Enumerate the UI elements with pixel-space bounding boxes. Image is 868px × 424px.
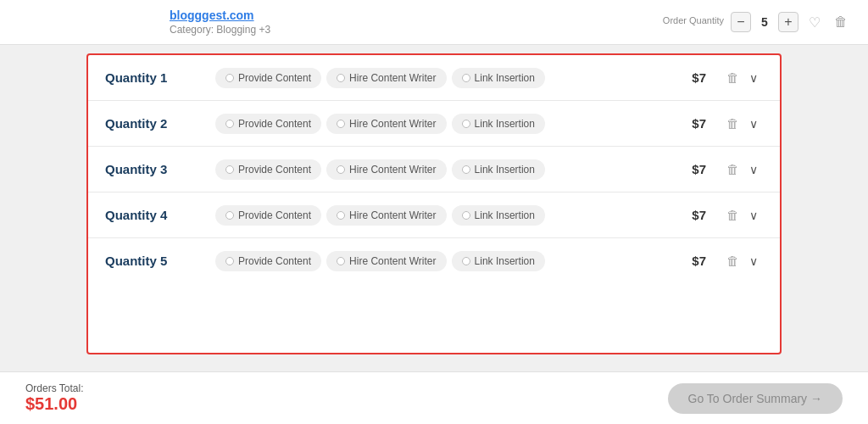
option-tag[interactable]: Provide Content (215, 159, 321, 180)
go-to-order-button[interactable]: Go To Order Summary → (668, 383, 843, 414)
delete-row-button[interactable]: 🗑 (721, 204, 744, 226)
table-row: Quantity 2Provide ContentHire Content Wr… (88, 101, 780, 147)
increment-button[interactable]: + (778, 12, 798, 32)
option-tag[interactable]: Link Insertion (452, 159, 545, 180)
radio-dot-icon (225, 257, 234, 265)
radio-dot-icon (462, 74, 470, 82)
radio-dot-icon (225, 74, 234, 82)
radio-dot-icon (225, 165, 234, 174)
quantity-label: Quantity 2 (105, 116, 198, 131)
expand-row-button[interactable]: ∨ (744, 114, 763, 134)
option-tag[interactable]: Provide Content (215, 68, 321, 88)
radio-dot-icon (337, 257, 345, 265)
price: $7 (681, 116, 706, 131)
radio-dot-icon (225, 211, 234, 220)
delete-row-button[interactable]: 🗑 (721, 159, 744, 180)
option-tag[interactable]: Link Insertion (452, 68, 545, 88)
expand-row-button[interactable]: ∨ (744, 251, 763, 271)
price: $7 (681, 162, 706, 176)
quantity-value: 5 (758, 15, 771, 29)
top-bar: blogggest.com Category: Blogging +3 Orde… (0, 0, 868, 45)
delete-row-button[interactable]: 🗑 (721, 113, 744, 134)
quantity-label: Quantity 5 (105, 254, 198, 268)
main-content: Quantity 1Provide ContentHire Content Wr… (0, 45, 868, 371)
radio-dot-icon (337, 165, 345, 174)
table-row: Quantity 5Provide ContentHire Content Wr… (88, 238, 780, 283)
radio-dot-icon (462, 257, 470, 265)
table-row: Quantity 3Provide ContentHire Content Wr… (88, 147, 780, 192)
option-tags: Provide ContentHire Content WriterLink I… (215, 205, 665, 226)
orders-total-amount: $51.00 (25, 394, 83, 414)
radio-dot-icon (337, 74, 345, 82)
expand-row-button[interactable]: ∨ (744, 159, 763, 180)
expand-row-button[interactable]: ∨ (744, 205, 763, 226)
option-tag[interactable]: Link Insertion (452, 205, 545, 226)
option-tag[interactable]: Provide Content (215, 251, 321, 271)
option-tags: Provide ContentHire Content WriterLink I… (215, 159, 665, 180)
quantity-label: Quantity 3 (105, 162, 198, 176)
option-tag[interactable]: Hire Content Writer (326, 114, 446, 134)
quantity-label: Quantity 1 (105, 70, 198, 85)
option-tags: Provide ContentHire Content WriterLink I… (215, 251, 665, 271)
site-link[interactable]: blogggest.com (170, 8, 270, 22)
option-tags: Provide ContentHire Content WriterLink I… (215, 68, 665, 88)
option-tag[interactable]: Provide Content (215, 205, 321, 226)
expand-row-button[interactable]: ∨ (744, 68, 763, 88)
radio-dot-icon (462, 165, 470, 174)
bottom-bar: Orders Total: $51.00 Go To Order Summary… (0, 371, 868, 424)
quantity-panel: Quantity 1Provide ContentHire Content Wr… (86, 53, 782, 354)
quantity-label: Quantity 4 (105, 208, 198, 222)
radio-dot-icon (462, 120, 470, 128)
decrement-button[interactable]: − (731, 12, 751, 32)
price: $7 (681, 208, 706, 222)
orders-total: Orders Total: $51.00 (25, 382, 83, 414)
delete-row-button[interactable]: 🗑 (721, 67, 744, 88)
radio-dot-icon (462, 211, 470, 220)
table-row: Quantity 4Provide ContentHire Content Wr… (88, 192, 780, 238)
option-tag[interactable]: Link Insertion (452, 114, 545, 134)
option-tag[interactable]: Hire Content Writer (326, 159, 446, 180)
radio-dot-icon (337, 120, 345, 128)
delete-row-button[interactable]: 🗑 (721, 250, 744, 271)
radio-dot-icon (337, 211, 345, 220)
option-tag[interactable]: Hire Content Writer (326, 251, 446, 271)
site-info: blogggest.com Category: Blogging +3 (170, 8, 270, 36)
option-tag[interactable]: Link Insertion (452, 251, 545, 271)
table-row: Quantity 1Provide ContentHire Content Wr… (88, 55, 780, 101)
delete-order-icon[interactable]: 🗑 (831, 11, 851, 33)
price: $7 (681, 254, 706, 268)
wishlist-icon[interactable]: ♡ (805, 11, 824, 34)
option-tags: Provide ContentHire Content WriterLink I… (215, 114, 665, 134)
option-tag[interactable]: Hire Content Writer (326, 68, 446, 88)
orders-total-label: Orders Total: (25, 382, 83, 394)
radio-dot-icon (225, 120, 234, 128)
site-category: Category: Blogging +3 (170, 24, 270, 36)
option-tag[interactable]: Hire Content Writer (326, 205, 446, 226)
order-qty-label: Order Quantity (663, 15, 724, 25)
option-tag[interactable]: Provide Content (215, 114, 321, 134)
order-quantity-control: Order Quantity − 5 + ♡ 🗑 (663, 11, 851, 34)
price: $7 (681, 70, 706, 85)
